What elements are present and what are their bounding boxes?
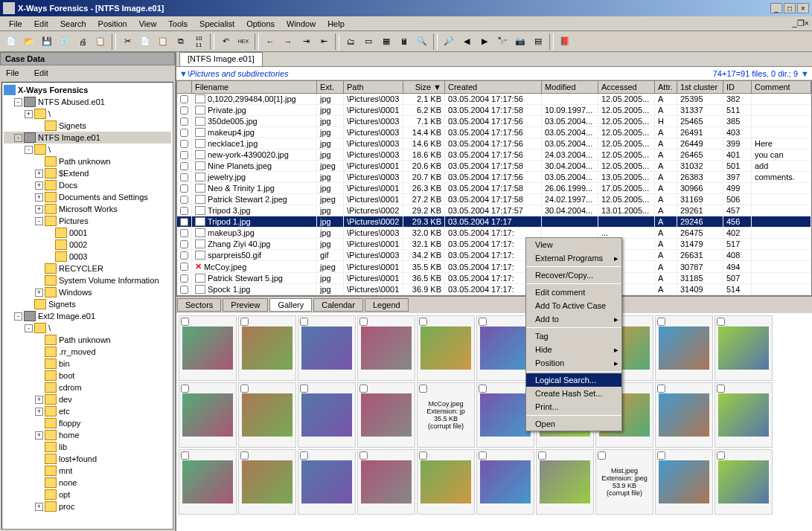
tree-item[interactable]: Path unknown: [4, 155, 171, 167]
expander-icon[interactable]: +: [35, 205, 43, 213]
thumb-checkbox[interactable]: [419, 384, 427, 393]
expander-icon[interactable]: +: [35, 289, 43, 297]
tree-item[interactable]: +dev: [4, 393, 171, 405]
thumb-checkbox[interactable]: [419, 451, 427, 460]
tree-item[interactable]: mnt: [4, 465, 171, 477]
row-checkbox[interactable]: [180, 118, 188, 126]
tab-legend[interactable]: Legend: [365, 298, 409, 312]
list-icon[interactable]: ▤: [530, 33, 546, 50]
expander-icon[interactable]: -: [14, 312, 22, 321]
thumb-checkbox[interactable]: [359, 384, 368, 393]
tree-item[interactable]: +Microsoft Works: [4, 203, 171, 215]
table-row[interactable]: jewelry.jpgjpg\Pictures\000320.7 KB03.05…: [177, 172, 811, 183]
row-checkbox[interactable]: [180, 173, 188, 181]
undo-icon[interactable]: ↶: [217, 33, 234, 50]
table-row[interactable]: 0,1020,299484,00[1].jpgjpg\Pictures\0003…: [177, 94, 811, 105]
menu-edit[interactable]: Edit: [28, 18, 54, 30]
row-checkbox[interactable]: [180, 184, 188, 193]
case-menu-file[interactable]: File: [3, 67, 22, 79]
row-checkbox[interactable]: [180, 151, 188, 159]
menu-help[interactable]: Help: [322, 18, 351, 30]
row-checkbox[interactable]: [180, 162, 188, 170]
table-row[interactable]: makeup3.jpgjpg\Pictures\000332.0 KB03.05…: [177, 228, 811, 239]
tile-icon[interactable]: ▦: [378, 33, 394, 50]
mdi-restore-button[interactable]: ❐: [797, 19, 805, 28]
tab-ntfs-image[interactable]: [NTFS Image.e01]: [179, 52, 263, 66]
expander-icon[interactable]: +: [35, 431, 43, 440]
goto2-icon[interactable]: ⇤: [316, 33, 332, 50]
goto-fwd-icon[interactable]: →: [280, 33, 296, 50]
thumbnail[interactable]: McCoy.jpegExtension: jp35.5 KB(corrupt f…: [417, 382, 475, 448]
thumb-checkbox[interactable]: [479, 318, 487, 326]
next-icon[interactable]: ▶: [476, 33, 493, 50]
thumb-checkbox[interactable]: [419, 318, 427, 326]
row-checkbox[interactable]: [180, 274, 188, 283]
tree-item[interactable]: +$Extend: [4, 167, 171, 179]
gallery[interactable]: McCoy.jpegExtension: jp35.5 KB(corrupt f…: [176, 313, 812, 531]
maximize-button[interactable]: □: [784, 3, 796, 13]
thumbnail[interactable]: [536, 449, 594, 515]
cut-icon[interactable]: ✂: [119, 33, 135, 50]
menu-item[interactable]: External Programs: [526, 251, 621, 265]
tree-item[interactable]: +Windows: [4, 286, 171, 298]
expander-icon[interactable]: +: [25, 110, 33, 118]
tree-item[interactable]: cdrom: [4, 382, 171, 393]
thumbnail[interactable]: [179, 382, 237, 448]
thumb-checkbox[interactable]: [717, 384, 725, 393]
menu-item[interactable]: Hide: [526, 343, 621, 356]
tab-preview[interactable]: Preview: [223, 298, 268, 312]
thumb-checkbox[interactable]: [300, 384, 308, 393]
expander-icon[interactable]: +: [35, 503, 43, 511]
tree-root[interactable]: X-Ways Forensics: [4, 84, 171, 96]
expander-icon[interactable]: +: [35, 170, 43, 178]
tree-item[interactable]: none: [4, 477, 171, 489]
thumb-checkbox[interactable]: [479, 384, 487, 393]
col-size[interactable]: Size ▼: [403, 81, 445, 93]
thumbnail[interactable]: [357, 315, 415, 381]
thumbnail[interactable]: Mist.jpegExtension: jpeg53.9 KB(corrupt …: [595, 449, 653, 515]
menu-item[interactable]: Logical Search...: [526, 373, 621, 387]
thumb-checkbox[interactable]: [181, 384, 189, 393]
thumbnail[interactable]: [238, 449, 296, 515]
row-checkbox[interactable]: [180, 218, 188, 226]
table-row[interactable]: Spock 1.jpgjpg\Pictures\000136.9 KB03.05…: [177, 284, 811, 295]
col-modified[interactable]: Modified: [542, 81, 598, 93]
menu-item[interactable]: Print...: [526, 400, 621, 413]
copy-block-icon[interactable]: ⧉: [173, 33, 189, 50]
thumbnail[interactable]: [357, 382, 415, 448]
expander-icon[interactable]: -: [14, 98, 22, 106]
table-row[interactable]: necklace1.jpgjpg\Pictures\000314.6 KB03.…: [177, 138, 811, 149]
table-row[interactable]: Patrick Stewart 2.jpegjpeg\Pictures\0001…: [177, 194, 811, 205]
col-filename[interactable]: Filename: [192, 81, 317, 93]
tree-item[interactable]: boot: [4, 370, 171, 382]
thumb-checkbox[interactable]: [240, 451, 249, 460]
magnify-icon[interactable]: 🔍: [414, 33, 430, 50]
thumb-checkbox[interactable]: [359, 451, 368, 460]
mdi-close-button[interactable]: ×: [805, 19, 809, 28]
thumbnail[interactable]: [417, 449, 475, 515]
menu-item[interactable]: View: [526, 238, 621, 251]
print-icon[interactable]: 🖨: [74, 33, 91, 50]
menu-item[interactable]: Add to: [526, 312, 621, 326]
goto-back-icon[interactable]: ←: [262, 33, 278, 50]
row-checkbox[interactable]: [180, 140, 188, 148]
col-created[interactable]: Created: [445, 81, 542, 93]
thumbnail[interactable]: [476, 449, 534, 515]
prev-icon[interactable]: ◀: [458, 33, 475, 50]
table-row[interactable]: ✕McCoy.jpegjpeg\Pictures\000135.5 KB03.0…: [177, 261, 811, 273]
number-icon[interactable]: 1011: [191, 33, 207, 50]
expander-icon[interactable]: +: [35, 408, 43, 416]
table-row[interactable]: new-york-4390020.jpgjpg\Pictures\000318.…: [177, 149, 811, 161]
thumbnail[interactable]: [179, 449, 237, 515]
tab-sectors[interactable]: Sectors: [177, 298, 221, 312]
col-comment[interactable]: Comment: [752, 81, 811, 93]
thumbnail[interactable]: [238, 382, 296, 448]
row-checkbox[interactable]: [180, 106, 188, 115]
table-row[interactable]: sparpreis50.gifgif\Pictures\000334.2 KB0…: [177, 250, 811, 261]
tree-item[interactable]: -Pictures: [4, 215, 171, 227]
menu-item[interactable]: Create Hash Set...: [526, 387, 621, 400]
tree-item[interactable]: .rr_moved: [4, 346, 171, 358]
find-hex-icon[interactable]: 🔎: [441, 33, 457, 50]
thumbnail[interactable]: [655, 382, 713, 448]
tree-item[interactable]: +Documents and Settings: [4, 191, 171, 203]
